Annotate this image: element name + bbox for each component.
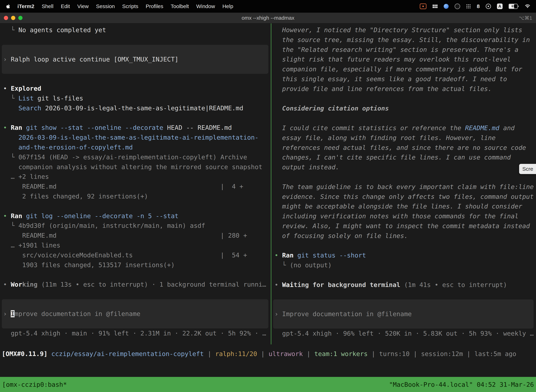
- window-grid-icon[interactable]: [432, 4, 438, 9]
- menu-item-help[interactable]: Help: [219, 3, 237, 9]
- left-pane[interactable]: └ No agents completed yet › Ralph loop a…: [0, 23, 271, 344]
- right-pane[interactable]: However, I noticed the "Directory Struct…: [271, 23, 536, 344]
- apple-menu[interactable]: [4, 4, 14, 9]
- menu-item-view[interactable]: View: [74, 3, 92, 9]
- terminal-line: … +1901 lines: [0, 240, 271, 250]
- terminal-line: including verification notes with those …: [271, 211, 536, 221]
- apple-logo-icon: [6, 4, 10, 9]
- screen-recording-indicator-icon[interactable]: [420, 4, 426, 9]
- menu-status-icons: 8 A 61: [420, 3, 532, 9]
- terminal-line: Considering citation options: [271, 103, 536, 113]
- terminal-line: evidence. Since this change only affects…: [271, 192, 536, 202]
- terminal-line: Search 2026-03-09-is-legal-the-same-as-l…: [0, 103, 271, 113]
- terminal-line: might be acceptable alongside the file l…: [271, 201, 536, 211]
- terminal-line: this single essay, it seems like a good …: [271, 74, 536, 84]
- terminal-area: └ No agents completed yet › Ralph loop a…: [0, 23, 536, 344]
- terminal-line: [0, 74, 271, 84]
- terminal-line: [271, 172, 536, 182]
- terminal-line: └ 4b9d30f (origin/main, instructkr/main,…: [0, 221, 271, 231]
- terminal-line: the "Related research writing" section i…: [271, 45, 536, 55]
- terminal-line: README.md | 280 +: [0, 231, 271, 240]
- prompt-input-box[interactable]: › Improve documentation in @filename: [2, 299, 268, 328]
- terminal-line: › Improve documentation in @filename: [273, 309, 534, 319]
- terminal-line: [0, 113, 271, 123]
- battery-percent: 61: [509, 4, 517, 9]
- zoom-button[interactable]: [18, 16, 23, 20]
- terminal-line: [271, 241, 536, 251]
- terminal-line: companion file, especially if more comme…: [271, 64, 536, 74]
- terminal-line: … +2 lines: [0, 172, 271, 182]
- traffic-lights: [4, 13, 23, 23]
- terminal-line: and-the-erosion-of-copyleft.md: [0, 142, 271, 152]
- menu-item-profiles[interactable]: Profiles: [142, 3, 167, 9]
- terminal-line: 2026-03-09-is-legal-the-same-as-legitima…: [0, 133, 271, 142]
- terminal-line: [0, 270, 271, 280]
- terminal-line: • Waiting for background terminal (1m 41…: [271, 280, 536, 290]
- terminal-line: [0, 289, 271, 299]
- menu-item-edit[interactable]: Edit: [57, 3, 74, 9]
- menu-items: iTerm2ShellEditViewSessionScriptsProfile…: [14, 3, 237, 9]
- terminal-line: src/voice/voiceModeEnabled.ts | 54 +: [0, 250, 271, 260]
- menu-bar: iTerm2ShellEditViewSessionScriptsProfile…: [0, 0, 536, 13]
- terminal-line: output instead.: [271, 162, 536, 172]
- terminal-line: └ No agents completed yet: [0, 25, 271, 35]
- dark-app-icon[interactable]: [455, 4, 460, 9]
- menu-item-toolbelt[interactable]: Toolbelt: [167, 3, 192, 9]
- terminal-line: references need actual files, and since …: [271, 143, 536, 153]
- terminal-line: • Ran git log --oneline --decorate -n 5 …: [0, 211, 271, 221]
- number-8-icon[interactable]: 8: [477, 3, 480, 9]
- battery-body: 61: [509, 4, 518, 9]
- terminal-line: 1903 files changed, 513517 insertions(+): [0, 260, 271, 270]
- terminal-line: README.md | 4 +: [0, 182, 271, 191]
- screen-overlay-button[interactable]: Scre: [519, 164, 536, 174]
- dots-grid-icon[interactable]: [466, 4, 471, 9]
- terminal-line: [271, 270, 536, 280]
- omx-status-line: [OMX#0.11.9] cczip/essay/ai-reimplementa…: [0, 349, 536, 359]
- window-title: omx --xhigh --madmax: [0, 15, 536, 21]
- wifi-icon[interactable]: [525, 4, 530, 9]
- terminal-line: the source tree, missing the essay. Stil…: [271, 35, 536, 45]
- menu-item-shell[interactable]: Shell: [38, 3, 57, 9]
- tmux-session-label[interactable]: [omx-cczip0:bash*: [2, 381, 67, 388]
- tmux-status-bar: [omx-cczip0:bash* "MacBook-Pro-44.local"…: [0, 377, 536, 392]
- menu-left: iTerm2ShellEditViewSessionScriptsProfile…: [4, 3, 237, 9]
- terminal-line: └ List git ls-files: [0, 93, 271, 103]
- blue-app-icon[interactable]: [444, 4, 449, 9]
- menu-item-iterm2[interactable]: iTerm2: [14, 3, 38, 9]
- terminal-line: of focusing solely on file lines.: [271, 231, 536, 241]
- round-app-icon[interactable]: [486, 4, 491, 9]
- menu-item-window[interactable]: Window: [192, 3, 219, 9]
- battery-nub: [518, 5, 519, 7]
- terminal-line: review. Also, I might want to inspect th…: [271, 221, 536, 231]
- terminal-line: └ (no output): [271, 260, 536, 270]
- terminal-line: The team guideline is to back every impo…: [271, 182, 536, 192]
- terminal-line: essay file, along with finding root file…: [271, 133, 536, 143]
- terminal-line: 2 files changed, 92 insertions(+): [0, 191, 271, 201]
- prompt-input-box[interactable]: › Ralph loop active continue [OMX_TMUX_I…: [2, 45, 268, 74]
- terminal-line: [0, 201, 271, 211]
- terminal-line: [271, 290, 536, 300]
- close-button[interactable]: [4, 16, 8, 20]
- menu-item-scripts[interactable]: Scripts: [119, 3, 142, 9]
- terminal-line: I could cite commit statistics or refere…: [271, 123, 536, 133]
- terminal-line: • Working (11m 13s • esc to interrupt) ·…: [0, 280, 271, 289]
- terminal-line: • Ran git show --stat --oneline --decora…: [0, 123, 271, 133]
- terminal-line: └ 067f154 (HEAD -> essay/ai-reimplementa…: [0, 152, 271, 162]
- terminal-line: changes, I can't cite specific file line…: [271, 152, 536, 162]
- terminal-line: • Explored: [0, 84, 271, 93]
- terminal-line: provide file and line references from th…: [271, 84, 536, 94]
- menu-item-session[interactable]: Session: [92, 3, 119, 9]
- terminal-line: [271, 94, 536, 104]
- window-title-bar[interactable]: omx --xhigh --madmax ⌥⌘1: [0, 13, 536, 23]
- terminal-line: › Improve documentation in @filename: [2, 309, 268, 319]
- tmux-host-clock: "MacBook-Pro-44.local" 04:52 31-Mar-26: [389, 381, 534, 388]
- minimize-button[interactable]: [11, 16, 15, 20]
- battery-icon[interactable]: 61: [509, 4, 519, 9]
- input-source-icon[interactable]: A: [497, 4, 502, 9]
- terminal-line: slight risk that future readers may over…: [271, 54, 536, 64]
- prompt-input-box[interactable]: › Improve documentation in @filename: [273, 299, 534, 329]
- terminal-line: companion analysis without altering the …: [0, 162, 271, 172]
- terminal-line: • Ran git status --short: [271, 250, 536, 260]
- window-shortcut: ⌥⌘1: [519, 13, 532, 23]
- terminal-line: [0, 35, 271, 45]
